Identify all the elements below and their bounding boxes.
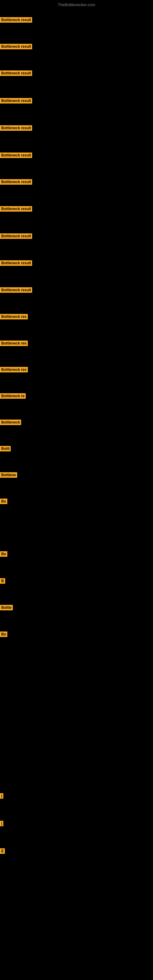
bottleneck-label-12: Bottleneck res [0,314,28,320]
bottleneck-label-20: Bo [0,551,7,557]
bottleneck-label-16: Bottleneck [0,420,21,425]
bottleneck-label-3: Bottleneck result [0,70,32,76]
bottleneck-label-7: Bottleneck result [0,179,32,185]
bottleneck-label-23: Bo [0,632,7,637]
bottleneck-label-22: Bottle [0,605,13,610]
bottleneck-label-18: Bottlene [0,472,17,478]
bottleneck-label-11: Bottleneck result [0,287,32,293]
bottleneck-label-13: Bottleneck res [0,340,28,346]
bottleneck-label-17: Bottl [0,446,11,452]
bottleneck-label-25: | [0,821,3,826]
bottleneck-label-2: Bottleneck result [0,44,32,49]
bottleneck-label-8: Bottleneck result [0,206,32,212]
bottleneck-label-21: B [0,578,5,584]
bottleneck-label-26: E [0,848,5,854]
bottleneck-label-1: Bottleneck result [0,17,32,23]
bottleneck-label-10: Bottleneck result [0,260,32,266]
bottleneck-label-24: | [0,793,3,799]
bottleneck-label-14: Bottleneck res [0,367,28,372]
bottleneck-label-9: Bottleneck result [0,233,32,239]
bottleneck-label-6: Bottleneck result [0,153,32,158]
bottleneck-label-4: Bottleneck result [0,98,32,103]
bottleneck-label-15: Bottleneck re [0,393,26,399]
bottleneck-label-19: Bo [0,499,7,504]
site-title: TheBottlenecker.com [58,2,95,7]
bottleneck-label-5: Bottleneck result [0,125,32,131]
